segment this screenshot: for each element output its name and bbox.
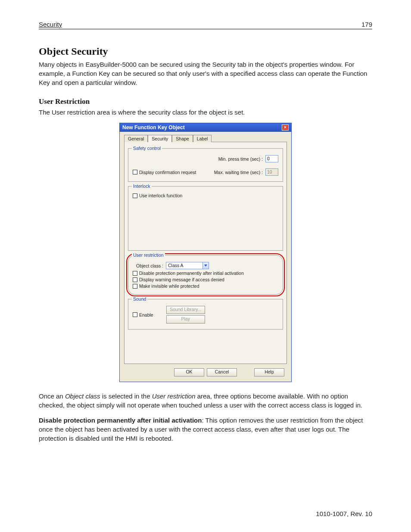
display-confirmation-checkbox[interactable] [133, 170, 137, 174]
dialog-footer: OK Cancel Help [120, 364, 291, 382]
object-class-label: Object class : [136, 263, 163, 268]
disable-protection-paragraph: Disable protection permanently after ini… [39, 416, 372, 443]
tab-security[interactable]: Security [148, 135, 172, 142]
dialog-titlebar: New Function Key Object × [120, 123, 291, 132]
function-key-dialog: New Function Key Object × General Securi… [119, 123, 292, 382]
page-header: Security 179 [39, 21, 372, 29]
display-warning-checkbox[interactable] [133, 277, 137, 282]
sound-enable-checkbox[interactable] [133, 312, 137, 317]
group-title: Safety control [132, 146, 162, 151]
help-button[interactable]: Help [254, 368, 284, 376]
make-invisible-label: Make invisible while protected [139, 283, 199, 289]
user-restriction-paragraph: The User restriction area is where the s… [39, 108, 372, 117]
object-class-select[interactable]: Class A [166, 262, 209, 269]
disable-protection-label: Disable protection permanently after ini… [139, 271, 244, 276]
min-press-time-label: Min. press time (sec) : [218, 156, 263, 162]
display-warning-label: Display warning message if access denied [139, 277, 224, 282]
dialog-tabs: General Security Shape Label [120, 132, 291, 142]
group-safety-control: Safety control Min. press time (sec) : 0… [128, 148, 283, 182]
max-waiting-time-label: Max. waiting time (sec) : [214, 170, 263, 175]
sound-library-button: Sound Library... [166, 306, 205, 314]
tab-shape[interactable]: Shape [172, 135, 193, 142]
group-title: Sound [132, 296, 147, 302]
heading-user-restriction: User Restriction [39, 97, 372, 106]
tab-panel-security: Safety control Min. press time (sec) : 0… [124, 142, 287, 364]
document-footer: 1010-1007, Rev. 10 [316, 510, 372, 517]
group-title: Interlock [132, 184, 152, 189]
group-sound: Sound Enable Sound Library... Play [128, 299, 283, 330]
max-waiting-time-input: 10 [265, 168, 278, 176]
make-invisible-checkbox[interactable] [133, 284, 137, 289]
use-interlock-label: Use interlock function [139, 193, 182, 198]
heading-object-security: Object Security [39, 46, 372, 57]
disable-protection-checkbox[interactable] [133, 271, 137, 276]
tab-general[interactable]: General [124, 135, 148, 142]
cancel-button[interactable]: Cancel [207, 368, 237, 376]
dialog-title: New Function Key Object [122, 124, 185, 131]
intro-paragraph: Many objects in EasyBuilder-5000 can be … [39, 60, 372, 87]
chevron-down-icon[interactable] [202, 262, 209, 269]
use-interlock-checkbox[interactable] [133, 193, 137, 198]
group-user-restriction: User restriction Object class : Class A … [128, 255, 283, 295]
play-button: Play [166, 315, 205, 324]
object-class-value: Class A [166, 262, 202, 269]
group-title: User restriction [132, 252, 165, 258]
group-interlock: Interlock Use interlock function [128, 186, 283, 251]
close-icon[interactable]: × [282, 124, 289, 131]
sound-enable-label: Enable [139, 312, 153, 317]
options-paragraph: Once an Object class is selected in the … [39, 392, 372, 410]
ok-button[interactable]: OK [174, 368, 204, 376]
page-number: 179 [361, 21, 372, 28]
tab-label[interactable]: Label [193, 135, 212, 142]
display-confirmation-label: Display confirmation request [139, 170, 196, 175]
svg-marker-0 [204, 264, 207, 267]
header-section: Security [39, 21, 62, 28]
min-press-time-input[interactable]: 0 [265, 155, 278, 162]
